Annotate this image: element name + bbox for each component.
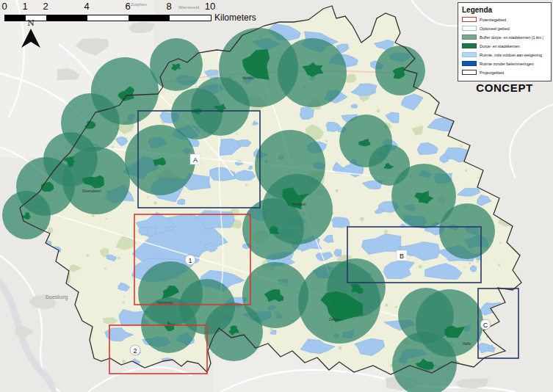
legend-item-label: Projectgebied (480, 70, 504, 75)
region-B-chip: B (397, 250, 407, 261)
legend-item-4: Ruimte, mits voldoet aan wetgeving (462, 51, 548, 58)
legend-title: Legenda (462, 6, 548, 14)
svg-text:1: 1 (188, 257, 192, 264)
legend-item-0: Potentiegebied (462, 16, 548, 23)
svg-text:Doesburg: Doesburg (46, 294, 68, 300)
svg-text:Vorden: Vorden (242, 76, 254, 80)
scale-bar-segment (170, 15, 211, 21)
scale-bar-tick: 8 (166, 1, 171, 12)
scale-bar-segment (87, 15, 129, 21)
svg-text:Halle: Halle (463, 341, 471, 346)
svg-text:Hengelo: Hengelo (292, 202, 306, 206)
legend-item-label: Ruimte zonder belemmeringen (480, 62, 534, 66)
region-2-chip: 2 (130, 345, 140, 355)
legend-item-3: Dorps- en stadskernen (462, 43, 548, 49)
svg-text:C: C (483, 322, 488, 329)
scale-bar-tick: 2 (43, 1, 48, 12)
svg-text:B: B (400, 253, 404, 260)
scale-bar-segment (46, 15, 87, 21)
scale-bar-tick: 4 (84, 1, 89, 12)
scale-bar-tick: 10 (205, 1, 215, 12)
concept-label: CONCEPT (457, 81, 552, 94)
scale-bar-segment (129, 15, 170, 21)
svg-text:A: A (193, 156, 198, 164)
legend-item-label: Ruimte, mits voldoet aan wetgeving (480, 53, 542, 57)
north-arrow-label: N (18, 19, 44, 27)
legend-swatch (462, 70, 477, 75)
legend-item-label: Buffer dorps- en stadskernen (1 km.) (480, 35, 543, 40)
legend-panel: Legenda PotentiegebiedOptioneel gebiedBu… (458, 2, 552, 81)
north-arrow-icon (18, 27, 44, 49)
legend-item-1: Optioneel gebied (462, 25, 548, 32)
legend-item-5: Ruimte zonder belemmeringen (462, 60, 548, 67)
legend-item-6: Projectgebied (462, 69, 548, 76)
north-arrow: N (18, 19, 44, 52)
legend-item-label: Optioneel gebied (480, 26, 510, 31)
region-A-chip: A (190, 154, 200, 164)
scale-bar-unit: Kilometers (214, 12, 256, 23)
legend-item-label: Potentiegebied (480, 18, 506, 22)
scale-bar-tick: 1 (22, 1, 27, 12)
map-stage: ABC12ZutphenWarnsveldDoesburgVordenHenge… (0, 0, 553, 392)
legend-swatch (462, 26, 477, 31)
region-1-chip: 1 (185, 255, 195, 265)
legend-swatch (462, 17, 477, 22)
legend-swatch (462, 43, 477, 48)
legend-swatch (462, 35, 477, 40)
svg-text:Hummelo: Hummelo (157, 300, 173, 305)
svg-text:2: 2 (133, 347, 137, 355)
scale-bar-tick: 6 (125, 1, 130, 12)
region-C-chip: C (480, 319, 491, 330)
scale-bar-tick: 0 (1, 1, 7, 12)
legend-items: PotentiegebiedOptioneel gebiedBuffer dor… (462, 16, 548, 76)
legend-item-label: Dorps- en stadskernen (480, 44, 520, 48)
legend-swatch (462, 52, 477, 57)
svg-text:Zelhem: Zelhem (329, 317, 341, 322)
svg-text:Steenderen: Steenderen (82, 189, 101, 193)
legend-swatch (462, 61, 477, 66)
legend-item-2: Buffer dorps- en stadskernen (1 km.) (462, 34, 548, 40)
